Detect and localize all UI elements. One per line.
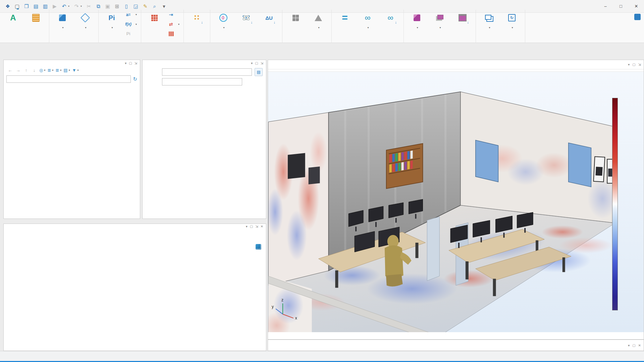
ribbon-add-physics-button[interactable]	[235, 11, 257, 37]
ribbon-functions-button[interactable]: f(x)▾	[123, 21, 139, 27]
float-panel-icon[interactable]: ▢	[255, 61, 258, 65]
graphics-canvas[interactable]: z y x	[268, 72, 644, 332]
paste-icon[interactable]: ▣	[103, 2, 112, 11]
rename-icon[interactable]: ▤	[255, 68, 263, 76]
select-box-icon[interactable]: ◲	[131, 2, 140, 11]
parameter-case-icon: Pi	[125, 31, 131, 36]
plot2-panel: ▾ ▢ ⇲ ✕	[3, 224, 266, 351]
ribbon-app-builder-button[interactable]: A	[2, 11, 24, 37]
float-panel-icon[interactable]: ▢	[129, 61, 132, 65]
study-icon: ∞	[362, 12, 373, 23]
parameters-icon: Pi	[106, 12, 117, 23]
panel-menu-icon[interactable]: ▾	[251, 61, 253, 65]
panel-menu-icon[interactable]: ▾	[628, 344, 630, 347]
menu-file[interactable]	[5, 0, 13, 9]
duplicate-icon[interactable]: ⊞	[113, 2, 121, 11]
menu-results[interactable]	[74, 0, 83, 9]
part-libraries-icon	[168, 31, 174, 36]
filter-icon[interactable]: ▼▾	[72, 67, 79, 73]
room-textures-icon	[411, 12, 423, 23]
tree-filter-input[interactable]	[6, 75, 131, 83]
pin-panel-icon[interactable]: ⇲	[638, 63, 641, 66]
panel-menu-icon[interactable]: ▾	[628, 63, 630, 66]
collapse-all-icon[interactable]: ≣▾	[47, 67, 53, 73]
menu-study[interactable]	[66, 0, 74, 9]
ribbon-room-textures-button[interactable]: ▾	[406, 11, 428, 37]
label-field[interactable]	[162, 68, 252, 76]
close-panel-icon[interactable]: ✕	[261, 225, 263, 228]
more-icon[interactable]: ▾	[160, 2, 168, 11]
model-tree-options-icon[interactable]: ▤▾	[63, 67, 70, 73]
ribbon-livelink-button[interactable]: ⇄▾	[166, 21, 181, 27]
menu-materials[interactable]	[40, 0, 48, 9]
ribbon-add-plot-group-button[interactable]: ▾	[429, 11, 451, 37]
menu-home[interactable]	[13, 0, 22, 9]
ribbon-study-button[interactable]: ∞▾	[357, 11, 379, 37]
axis-z-label: z	[281, 298, 283, 302]
colorbar	[612, 88, 634, 322]
ribbon-parameters-button[interactable]: Pi▾	[101, 11, 123, 37]
move-up-arrow[interactable]: ↑	[23, 67, 29, 73]
pin-panel-icon[interactable]: ⇲	[261, 61, 263, 65]
name-field[interactable]	[162, 78, 242, 85]
plot2-toolbar	[4, 228, 266, 230]
window-controls: – □ ✕	[598, 0, 644, 12]
menu-definitions[interactable]	[22, 0, 31, 9]
copy-icon[interactable]: ⧉	[94, 2, 103, 11]
menu-geometry[interactable]	[31, 0, 40, 9]
ribbon-windows-button[interactable]: ▾	[478, 11, 500, 37]
ribbon-add-mathematics-button[interactable]: ΔU	[258, 11, 280, 37]
build-all-icon	[149, 12, 160, 23]
pin-panel-icon[interactable]: ⇲	[255, 225, 258, 228]
close-panel-icon[interactable]: ✕	[638, 344, 641, 347]
panel-window-buttons: ▾ ▢ ✕	[628, 344, 641, 347]
dock-tab-bar: ▾ ▢ ✕	[268, 340, 644, 351]
float-panel-icon[interactable]: ▢	[632, 344, 635, 347]
ribbon-variables-button[interactable]: a=▾	[123, 12, 139, 17]
ribbon-build-mesh-button[interactable]	[284, 11, 307, 37]
close-button[interactable]: ✕	[629, 0, 644, 12]
ribbon-component-button[interactable]: ▾	[51, 11, 73, 37]
panel-window-buttons: ▾ ▢ ⇲ ✕	[246, 225, 263, 228]
ribbon-import-button[interactable]: ⇥	[166, 12, 181, 17]
minimize-button[interactable]: –	[598, 0, 613, 12]
ribbon-build-all-button[interactable]	[143, 11, 165, 37]
pin-panel-icon[interactable]: ⇲	[135, 61, 137, 65]
comsol-logo-chip[interactable]	[256, 244, 261, 250]
import-icon: ⇥	[168, 12, 174, 17]
ribbon-mesh-button[interactable]: ▾	[307, 11, 329, 37]
ribbon-result-templates-button[interactable]	[451, 11, 474, 37]
ribbon-reset-desktop-button[interactable]: ↻▾	[501, 11, 523, 37]
build-mesh-icon	[290, 12, 301, 23]
refresh-filter-icon[interactable]: ↻	[133, 76, 137, 82]
show-icon[interactable]: ◎▾	[39, 67, 45, 73]
expand-all-icon[interactable]: ≣▾	[55, 67, 61, 73]
move-down-arrow[interactable]: ↓	[31, 67, 37, 73]
ribbon-group-layout: ▾↻▾	[476, 10, 525, 43]
forward-arrow[interactable]: →	[15, 67, 21, 73]
panel-menu-icon[interactable]: ▾	[125, 61, 126, 65]
ribbon-group-workspace: A	[0, 10, 49, 43]
ribbon-group-geometry: ⇥⇄▾	[141, 10, 184, 43]
scene-3d[interactable]: z y x	[268, 72, 644, 332]
help-button[interactable]	[634, 14, 641, 20]
menu-physics[interactable]	[48, 0, 57, 9]
maximize-button[interactable]: □	[613, 0, 629, 12]
panel-menu-icon[interactable]: ▾	[246, 225, 248, 228]
menu-mesh[interactable]	[57, 0, 66, 9]
menu-developer[interactable]	[83, 0, 92, 9]
float-panel-icon[interactable]: ▢	[250, 225, 253, 228]
ribbon-part-libraries-button[interactable]	[166, 31, 181, 37]
delete-icon[interactable]: ▯	[122, 2, 131, 11]
add-study-icon: ∞	[385, 12, 396, 23]
ribbon-add-component-button[interactable]: ▾	[74, 11, 96, 37]
float-panel-icon[interactable]: ▢	[632, 63, 635, 66]
ribbon-acoustics-button[interactable]: ▾	[212, 11, 234, 37]
ribbon-compute-button[interactable]: =	[334, 11, 356, 37]
back-arrow[interactable]: ←	[7, 67, 13, 73]
ribbon-add-material-button[interactable]: ∷	[186, 11, 208, 37]
ribbon-model-manager-button[interactable]	[25, 11, 47, 37]
highlight-icon[interactable]: ✎	[141, 2, 150, 11]
ribbon-add-study-button[interactable]: ∞	[379, 11, 401, 37]
preview-icon[interactable]: ⌕	[150, 2, 159, 11]
